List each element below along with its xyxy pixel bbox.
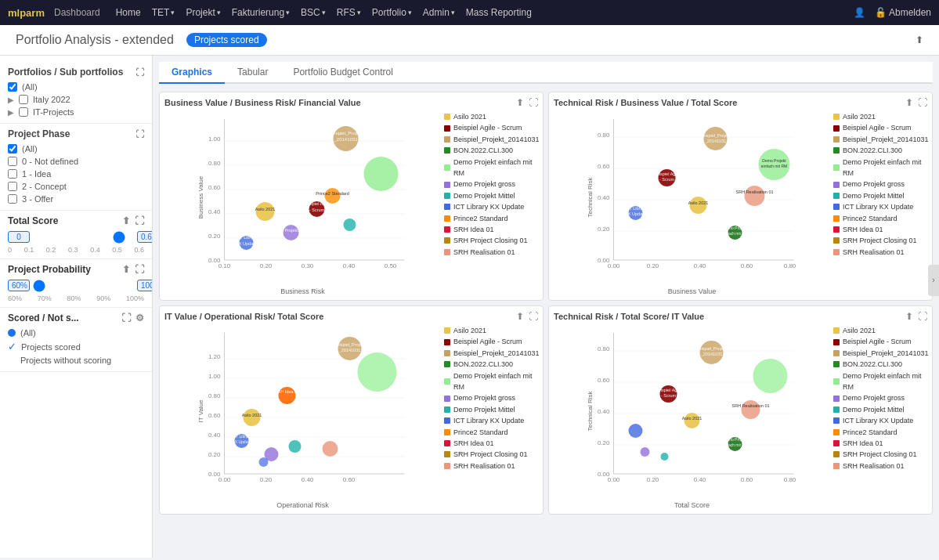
scored-expand-icon[interactable]: ⛶ <box>121 313 131 323</box>
chart-bv-br-expand[interactable]: ⛶ <box>529 97 538 108</box>
phase-concept[interactable]: 2 - Concept <box>8 180 144 193</box>
nav-tet[interactable]: TET <box>152 7 175 18</box>
chart-tr-bv-header: Technical Risk / Business Value / Total … <box>554 97 927 108</box>
svg-text:0.00: 0.00 <box>608 476 620 483</box>
svg-text:KX Update: KX Update <box>232 439 251 444</box>
total-score-slider-row: 0 0.65 <box>8 231 144 243</box>
user-icon[interactable]: 👤 <box>854 7 865 18</box>
svg-text:Asilo 2021: Asilo 2021 <box>255 207 276 211</box>
project-prob-slider-row: 60% 100% <box>8 280 144 291</box>
svg-text:0.60: 0.60 <box>343 476 356 483</box>
phase-concept-checkbox[interactable] <box>8 182 17 191</box>
chart-tr-bv-icons: ⬆ ⛶ <box>905 97 927 108</box>
tab-portfolio-budget[interactable]: Portfolio Budget Control <box>280 62 405 84</box>
nav-projekt[interactable]: Projekt <box>186 7 220 18</box>
share-icon[interactable]: ⬆ <box>916 34 923 45</box>
svg-text:0.20: 0.20 <box>598 226 610 233</box>
scored-filter-icon[interactable]: ⚙ <box>135 313 144 323</box>
svg-point-140 <box>661 453 669 461</box>
nav-fakturierung[interactable]: Fakturierung <box>232 7 290 18</box>
project-prob-slider[interactable] <box>33 284 134 287</box>
total-score-slider[interactable] <box>33 236 134 239</box>
chart-it-or-area: 0.00 0.20 0.40 0.60 0.80 1.00 1.20 0.00 … <box>164 325 441 509</box>
phase-not-defined[interactable]: 0 - Not defined <box>8 155 144 168</box>
svg-text:0.60: 0.60 <box>598 163 610 170</box>
projects-scored-badge[interactable]: Projects scored <box>186 33 267 47</box>
project-prob-share-icon[interactable]: ⬆ <box>122 264 130 275</box>
charts-grid: Business Value / Business Risk/ Financia… <box>159 92 933 515</box>
scored-without-item[interactable]: Projects without scoring <box>8 354 144 367</box>
abmelden-link[interactable]: 🔓 Abmelden <box>875 7 931 18</box>
nav-bsc[interactable]: BSC <box>301 7 326 18</box>
chart-tr-bv-body: 0.00 0.20 0.40 0.60 0.80 0.00 0.20 0.40 … <box>554 111 927 295</box>
phase-not-defined-checkbox[interactable] <box>8 157 17 166</box>
portfolio-all[interactable]: (All) <box>8 81 144 93</box>
total-score-header: Total Score ⬆ ⛶ <box>8 215 144 226</box>
total-score-icons: ⬆ ⛶ <box>122 215 144 226</box>
chart-it-or-expand[interactable]: ⛶ <box>529 311 538 322</box>
svg-text:0.30: 0.30 <box>302 262 314 269</box>
total-score-max-val: 0.65 <box>137 231 153 243</box>
phase-offer[interactable]: 3 - Offer <box>8 193 144 205</box>
phase-all[interactable]: (All) <box>8 143 144 155</box>
dashboard-label[interactable]: Dashboard <box>54 7 100 18</box>
phase-all-checkbox[interactable] <box>8 144 17 154</box>
total-score-label: Total Score <box>8 215 58 226</box>
scored-section: Scored / Not s... ⛶ ⚙ (All) ✓ Projects s… <box>0 308 152 372</box>
chart-tr-bv-legend: Asilo 2021 Beispiel Agile - Scrum Beispi… <box>833 111 927 295</box>
nav-rfs[interactable]: RFS <box>337 7 361 18</box>
scored-all-item[interactable]: (All) <box>8 327 144 339</box>
phase-idea-checkbox[interactable] <box>8 169 17 179</box>
svg-point-62 <box>745 186 765 206</box>
total-score-share-icon[interactable]: ⬆ <box>122 215 130 226</box>
page-title: Portfolio Analysis - extended <box>16 33 174 47</box>
portfolio-it-label: IT-Projects <box>33 107 74 117</box>
chart-tr-bv-share[interactable]: ⬆ <box>905 97 913 108</box>
phase-offer-checkbox[interactable] <box>8 194 17 204</box>
svg-point-30 <box>284 225 299 240</box>
chart-tr-ts-svg: 0.00 0.20 0.40 0.60 0.80 0.00 0.20 0.40 … <box>554 325 830 497</box>
tab-graphics[interactable]: Graphics <box>159 62 225 84</box>
chart-tr-bv-expand[interactable]: ⛶ <box>918 97 927 108</box>
project-phase-expand-icon[interactable]: ⛶ <box>135 129 144 139</box>
sidebar: Portfolios / Sub portfolios ⛶ (All) ▶ It… <box>0 56 153 558</box>
phase-not-defined-label: 0 - Not defined <box>22 157 78 166</box>
nav-portfolio[interactable]: Portfolio <box>372 7 412 18</box>
svg-text:Asilo 2021: Asilo 2021 <box>242 413 262 417</box>
chart-it-or-share[interactable]: ⬆ <box>516 311 524 322</box>
total-score-expand-icon[interactable]: ⛶ <box>135 215 144 226</box>
scored-projects-item[interactable]: ✓ Projects scored <box>8 339 144 354</box>
svg-text:0.80: 0.80 <box>598 345 610 352</box>
portfolio-it-checkbox[interactable] <box>19 107 28 117</box>
chart-tr-ts-x-label: Total Score <box>554 501 830 509</box>
nav-right: 👤 🔓 Abmelden <box>854 7 931 18</box>
svg-text:- Scrum: - Scrum <box>659 177 675 182</box>
scored-without-label: Projects without scoring <box>20 356 111 365</box>
svg-text:0.20: 0.20 <box>208 451 221 458</box>
chart-tr-ts-title: Technical Risk / Total Score/ IT Value <box>554 312 704 321</box>
tab-tabular[interactable]: Tabular <box>225 62 280 84</box>
chart-it-or-body: 0.00 0.20 0.40 0.60 0.80 1.00 1.20 0.00 … <box>164 325 538 509</box>
portfolio-it[interactable]: ▶ IT-Projects <box>8 106 144 118</box>
phase-idea[interactable]: 1 - Idea <box>8 168 144 180</box>
nav-home[interactable]: Home <box>116 7 141 18</box>
nav-admin[interactable]: Admin <box>423 7 455 18</box>
portfolios-expand-icon[interactable]: ⛶ <box>135 67 144 77</box>
svg-point-95 <box>358 352 397 392</box>
project-prob-expand-icon[interactable]: ⛶ <box>135 264 144 275</box>
svg-text:0.40: 0.40 <box>343 262 356 269</box>
portfolio-italy-checkbox[interactable] <box>19 95 28 104</box>
svg-text:0.10: 0.10 <box>218 262 231 269</box>
chart-tr-ts-expand[interactable]: ⛶ <box>918 311 927 322</box>
svg-text:0.20: 0.20 <box>260 476 273 483</box>
portfolio-all-checkbox[interactable] <box>8 82 17 92</box>
chart-tr-ts-share[interactable]: ⬆ <box>905 311 913 322</box>
project-phase-header: Project Phase ⛶ <box>8 128 144 139</box>
collapse-handle[interactable]: › <box>928 265 939 296</box>
chart-tr-ts: Technical Risk / Total Score/ IT Value ⬆… <box>548 305 933 515</box>
svg-text:Prince2 Standard: Prince2 Standard <box>316 191 349 196</box>
nav-mass-reporting[interactable]: Mass Reporting <box>466 7 532 18</box>
svg-point-103 <box>289 440 302 453</box>
chart-bv-br-share[interactable]: ⬆ <box>516 97 524 108</box>
portfolio-italy[interactable]: ▶ Italy 2022 <box>8 93 144 106</box>
